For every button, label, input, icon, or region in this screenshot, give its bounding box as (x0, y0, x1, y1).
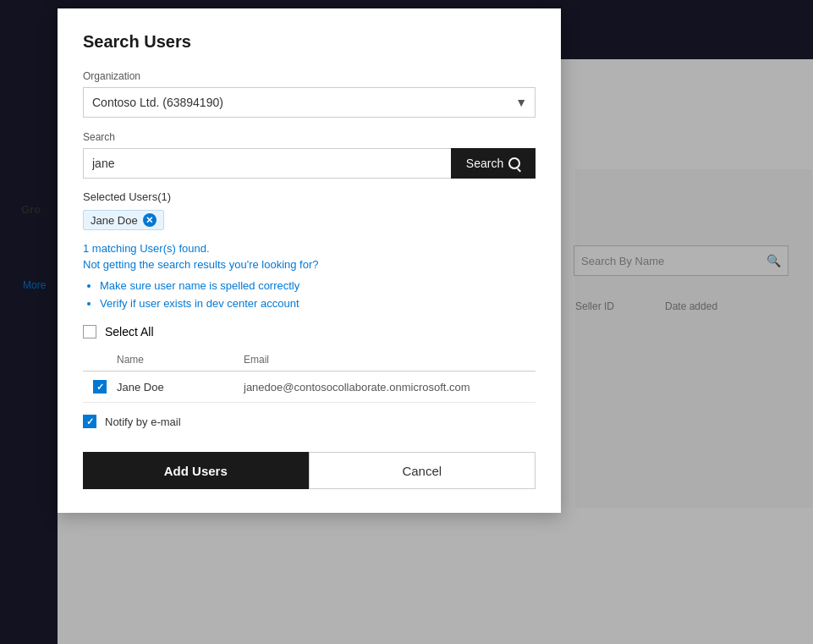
select-all-label: Select All (105, 325, 154, 339)
org-select-wrapper[interactable]: Contoso Ltd. (63894190) ▼ (83, 87, 536, 118)
hint-item-1: Make sure user name is spelled correctly (100, 279, 536, 292)
notify-checkbox[interactable] (83, 415, 96, 428)
search-users-modal: Search Users Organization Contoso Ltd. (… (58, 8, 561, 513)
selected-user-tag: Jane Doe ✕ (83, 210, 164, 230)
search-label: Search (83, 131, 536, 143)
hint-item-2: Verify if user exists in dev center acco… (100, 297, 536, 310)
row-checkbox-wrapper[interactable] (83, 380, 117, 394)
org-select[interactable]: Contoso Ltd. (63894190) (83, 87, 536, 118)
cancel-button[interactable]: Cancel (309, 452, 536, 489)
table-header: Name Email (83, 349, 536, 372)
search-icon (508, 157, 520, 169)
col-name-header: Name (117, 354, 244, 366)
row-checkbox[interactable] (93, 380, 107, 394)
row-email: janedoe@contosocollaborate.onmicrosoft.c… (244, 381, 536, 394)
search-button[interactable]: Search (451, 148, 536, 179)
results-found-text: 1 matching User(s) found. (83, 242, 536, 255)
col-email-header: Email (244, 354, 536, 366)
search-btn-label: Search (466, 157, 503, 170)
select-all-checkbox[interactable] (83, 325, 96, 339)
select-all-row[interactable]: Select All (83, 325, 536, 339)
search-input[interactable] (83, 148, 451, 179)
row-name: Jane Doe (117, 381, 244, 394)
modal-title: Search Users (83, 32, 536, 52)
notify-row[interactable]: Notify by e-mail (83, 415, 536, 428)
notify-label: Notify by e-mail (105, 416, 181, 428)
org-label: Organization (83, 70, 536, 82)
selected-user-name: Jane Doe (91, 214, 138, 227)
add-users-button[interactable]: Add Users (83, 452, 309, 489)
hints-list: Make sure user name is spelled correctly… (100, 279, 536, 310)
results-hint-text: Not getting the search results you're lo… (83, 258, 536, 271)
selected-users-label: Selected Users(1) (83, 190, 536, 203)
table-row: Jane Doe janedoe@contosocollaborate.onmi… (83, 372, 536, 403)
search-row: Search (83, 148, 536, 179)
footer-buttons: Add Users Cancel (83, 452, 536, 489)
remove-tag-button[interactable]: ✕ (143, 213, 157, 227)
